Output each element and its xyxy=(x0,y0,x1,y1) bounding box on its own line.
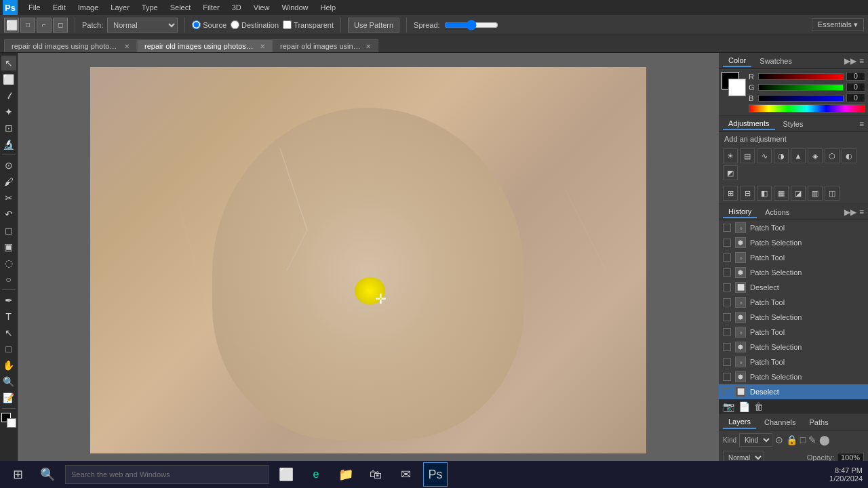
adjustments-tab[interactable]: Adjustments xyxy=(723,118,775,130)
mode-select[interactable]: Normal Content-Aware xyxy=(107,18,178,33)
menu-select[interactable]: Select xyxy=(165,2,197,13)
store-btn[interactable]: 🛍 xyxy=(363,462,388,487)
tool-marquee[interactable]: ⬜ xyxy=(1,72,16,87)
history-item-1[interactable]: ⬢ Patch Selection xyxy=(719,235,868,250)
blue-slider[interactable] xyxy=(758,95,844,102)
green-value[interactable] xyxy=(846,83,865,92)
edge-btn[interactable]: e xyxy=(304,462,328,487)
background-swatch[interactable] xyxy=(728,79,746,96)
task-view-btn[interactable]: ⬜ xyxy=(274,462,298,487)
adj-colorbalance[interactable]: ⬡ xyxy=(825,148,840,163)
color-tab[interactable]: Color xyxy=(723,55,751,67)
history-item-0[interactable]: ⬦ Patch Tool xyxy=(719,220,868,235)
essentials-btn[interactable]: Essentials ▾ xyxy=(812,18,864,31)
adj-panel-close[interactable]: ≡ xyxy=(859,119,864,129)
tool-lasso[interactable]: 𝓁 xyxy=(1,88,16,103)
color-swatch-area[interactable] xyxy=(722,72,746,96)
tool-text[interactable]: T xyxy=(1,309,16,324)
actions-tab[interactable]: Actions xyxy=(760,207,795,218)
mail-btn[interactable]: ✉ xyxy=(393,462,418,487)
history-item-4[interactable]: ⬜ Deselect xyxy=(719,280,868,295)
adj-posterize[interactable]: ▦ xyxy=(774,186,789,201)
taskbar-search-input[interactable] xyxy=(65,465,269,484)
history-menu-btn[interactable]: ▶▶ xyxy=(844,207,856,217)
adj-levels[interactable]: ▤ xyxy=(740,148,755,163)
history-item-6[interactable]: ⬢ Patch Selection xyxy=(719,310,868,325)
adj-brightness[interactable]: ☀ xyxy=(723,148,738,163)
explorer-btn[interactable]: 📁 xyxy=(334,462,358,487)
channels-tab[interactable]: Channels xyxy=(759,416,801,428)
tool-shapes[interactable]: □ xyxy=(1,342,16,357)
color-panel-menu[interactable]: ▶▶ xyxy=(844,56,856,66)
tool-brush[interactable]: 🖌 xyxy=(1,174,16,189)
green-slider[interactable] xyxy=(758,84,844,91)
blue-value[interactable] xyxy=(846,94,865,102)
menu-filter[interactable]: Filter xyxy=(197,2,224,13)
history-item-11[interactable]: ⬜ Deselect xyxy=(719,384,868,399)
adj-collorlookup[interactable]: ⊟ xyxy=(740,186,755,201)
destination-radio[interactable]: Destination xyxy=(231,20,279,29)
spread-slider[interactable] xyxy=(444,20,498,30)
menu-window[interactable]: Window xyxy=(276,2,313,13)
paths-tab[interactable]: Paths xyxy=(804,416,834,428)
tool-blur[interactable]: ◌ xyxy=(1,256,16,270)
tab-3-close[interactable]: ✕ xyxy=(366,43,371,50)
tool-history-brush[interactable]: ↶ xyxy=(1,207,16,222)
history-snapshot-btn[interactable]: 📷 xyxy=(723,401,734,412)
tab-1-close[interactable]: ✕ xyxy=(124,43,130,50)
tool-crop[interactable]: ⊡ xyxy=(1,121,16,136)
history-item-5[interactable]: ⬦ Patch Tool xyxy=(719,295,868,310)
tool-wand[interactable]: ✦ xyxy=(1,104,16,119)
adj-invert[interactable]: ◧ xyxy=(757,186,772,201)
tab-2[interactable]: repair old images using photoshop cs6 tu… xyxy=(137,39,273,52)
adj-curves[interactable]: ∿ xyxy=(757,148,772,163)
color-spectrum[interactable] xyxy=(749,104,865,113)
swatches-tab[interactable]: Swatches xyxy=(754,56,797,66)
tool-zoom[interactable]: 🔍 xyxy=(1,374,16,389)
layers-tab[interactable]: Layers xyxy=(723,415,756,429)
history-new-doc-btn[interactable]: 📄 xyxy=(738,401,750,412)
adj-threshold[interactable]: ◪ xyxy=(791,186,806,201)
red-slider[interactable] xyxy=(758,73,844,80)
fg-bg-colors[interactable] xyxy=(1,413,16,428)
kind-select[interactable]: Kind xyxy=(739,433,772,447)
adj-channelmix[interactable]: ⊞ xyxy=(723,186,738,201)
menu-view[interactable]: View xyxy=(248,2,275,13)
history-delete-btn[interactable]: 🗑 xyxy=(754,401,764,412)
tool-move[interactable]: ↖ xyxy=(1,56,16,70)
adj-selective-color[interactable]: ◫ xyxy=(825,186,840,201)
adj-exposure[interactable]: ◑ xyxy=(774,148,789,163)
menu-image[interactable]: Image xyxy=(73,2,104,13)
tool-eraser[interactable]: ◻ xyxy=(1,223,16,238)
menu-file[interactable]: File xyxy=(23,2,46,13)
tool-path-select[interactable]: ↖ xyxy=(1,325,16,340)
menu-type[interactable]: Type xyxy=(136,2,163,13)
menu-help[interactable]: Help xyxy=(315,2,342,13)
menu-edit[interactable]: Edit xyxy=(47,2,71,13)
history-item-3[interactable]: ⬢ Patch Selection xyxy=(719,265,868,280)
adj-bw[interactable]: ◐ xyxy=(842,148,856,163)
color-panel-close[interactable]: ≡ xyxy=(859,56,864,66)
menu-3d[interactable]: 3D xyxy=(226,2,247,13)
adj-photofil[interactable]: ◩ xyxy=(723,165,738,180)
history-item-9[interactable]: ⬦ Patch Tool xyxy=(719,354,868,369)
source-radio[interactable]: Source xyxy=(192,20,226,29)
history-tab[interactable]: History xyxy=(723,206,757,218)
ps-taskbar-btn[interactable]: Ps xyxy=(423,462,448,487)
transparent-radio[interactable]: Transparent xyxy=(283,20,334,29)
adj-vibrance[interactable]: ▲ xyxy=(791,148,806,163)
history-item-7[interactable]: ⬦ Patch Tool xyxy=(719,325,868,340)
tool-eyedropper[interactable]: 🔬 xyxy=(1,137,16,152)
tool-pen[interactable]: ✒ xyxy=(1,293,16,308)
use-pattern-btn[interactable]: Use Pattern xyxy=(348,18,399,33)
menu-layer[interactable]: Layer xyxy=(105,2,135,13)
tool-gradient[interactable]: ▣ xyxy=(1,239,16,254)
history-close-btn[interactable]: ≡ xyxy=(859,207,864,217)
tool-dodge[interactable]: ○ xyxy=(1,272,16,287)
adj-gradient-map[interactable]: ▥ xyxy=(808,186,823,201)
tool-clone[interactable]: ✂ xyxy=(1,190,16,205)
history-item-10[interactable]: ⬢ Patch Selection xyxy=(719,369,868,384)
adj-hsl[interactable]: ◈ xyxy=(808,148,823,163)
tool-spot-heal[interactable]: ⊙ xyxy=(1,158,16,173)
history-item-8[interactable]: ⬢ Patch Selection xyxy=(719,340,868,354)
